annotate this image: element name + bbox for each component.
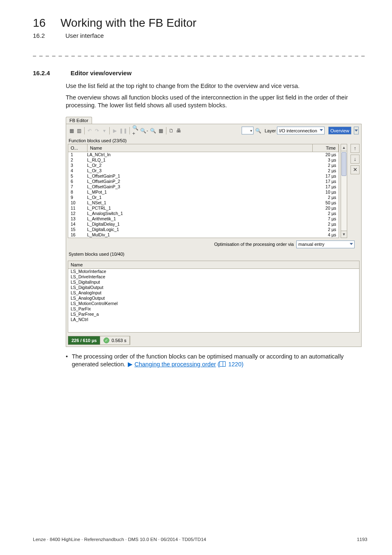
- list-item[interactable]: LS_DriveInterface: [68, 274, 359, 280]
- list-item[interactable]: LS_DigitalInput: [68, 280, 359, 285]
- cell-name: L_OffsetGainP_3: [85, 184, 316, 189]
- view-dropdown-arrow[interactable]: [354, 127, 359, 134]
- cell-order: 5: [68, 173, 85, 178]
- list-item[interactable]: LS_ParFix: [68, 306, 359, 312]
- move-down-button[interactable]: ↓: [350, 155, 360, 164]
- toolbar-btn-redo: ↷: [94, 127, 100, 135]
- table-row[interactable]: 16L_MulDiv_14 µs: [68, 232, 339, 238]
- list-item[interactable]: LS_DigitalOutput: [68, 285, 359, 290]
- cell-order: 8: [68, 190, 85, 194]
- fb-editor-screenshot: FB Editor ▦ ▥ ↶ ↷ ▾ ▶ ❚❚ 🔍+ 🔍- 🔍 ▦ 🗋 🖶: [66, 116, 362, 347]
- cell-time: 20 µs: [316, 152, 339, 157]
- table-row[interactable]: 2L_RLQ_13 µs: [68, 157, 339, 163]
- cell-name: L_RLQ_1: [85, 157, 316, 162]
- col-header-time[interactable]: Time: [313, 144, 339, 152]
- check-icon: ✓: [104, 338, 109, 343]
- subchapter-title: User interface: [65, 32, 104, 39]
- cell-name: L_MPot_1: [85, 190, 316, 194]
- table-row[interactable]: 3L_Or_22 µs: [68, 163, 339, 168]
- footer-page-number: 1193: [357, 537, 367, 542]
- optimisation-dropdown[interactable]: manual entry: [296, 240, 355, 248]
- scroll-down-button[interactable]: ▼: [341, 231, 347, 238]
- status-elapsed-value: 0.563 s: [111, 338, 126, 343]
- toolbar: ▦ ▥ ↶ ↷ ▾ ▶ ❚❚ 🔍+ 🔍- 🔍 ▦ 🗋 🖶 ▾ 🔍: [68, 126, 360, 137]
- cell-order: 15: [68, 227, 85, 232]
- cell-time: 2 µs: [316, 163, 339, 168]
- layer-label: Layer: [265, 128, 276, 133]
- toolbar-btn-zoom-reset[interactable]: 🔍: [255, 127, 262, 135]
- list-item[interactable]: LS_ParFree_a: [68, 312, 359, 317]
- toolbar-btn-grid[interactable]: ▦: [158, 127, 164, 135]
- table-row[interactable]: 13L_Arithmetik_17 µs: [68, 216, 339, 222]
- table-row[interactable]: 4L_Or_32 µs: [68, 168, 339, 173]
- zoom-dropdown[interactable]: ▾: [242, 127, 253, 134]
- table-row[interactable]: 8L_MPot_110 µs: [68, 190, 339, 195]
- cell-name: L_PCTRL_1: [85, 206, 316, 210]
- toolbar-btn-undo: ↶: [87, 127, 93, 135]
- toolbar-btn-new[interactable]: 🗋: [168, 127, 175, 135]
- cell-time: 4 µs: [316, 232, 339, 237]
- cell-time: 3 µs: [316, 157, 339, 162]
- list-item[interactable]: LA_NCtrl: [68, 317, 359, 322]
- view-dropdown[interactable]: Overview: [328, 127, 351, 134]
- list-item[interactable]: LS_AnalogInput: [68, 290, 359, 296]
- cell-order: 9: [68, 195, 85, 200]
- cell-order: 11: [68, 206, 85, 210]
- tab-fb-editor[interactable]: FB Editor: [66, 117, 92, 124]
- toolbar-btn-zoom-out[interactable]: 🔍-: [140, 127, 148, 135]
- scrollbar-thumb[interactable]: [341, 152, 346, 176]
- section-divider: _ _ _ _ _ _ _ _ _ _ _ _ _ _ _ _ _ _ _ _ …: [33, 50, 367, 56]
- subchapter-number: 16.2: [33, 32, 45, 39]
- cell-time: 17 µs: [316, 179, 339, 184]
- cell-order: 16: [68, 232, 85, 237]
- cell-order: 14: [68, 222, 85, 227]
- section-number: 16.2.4: [33, 69, 50, 76]
- cell-order: 10: [68, 200, 85, 205]
- move-up-button[interactable]: ↑: [350, 144, 360, 153]
- layer-dropdown[interactable]: I/O interconnection: [277, 127, 325, 134]
- table-row[interactable]: 1LA_NCtrl_In20 µs: [68, 152, 339, 157]
- col-header-order[interactable]: O...: [68, 144, 88, 152]
- toolbar-btn-pause: ❚❚: [119, 127, 127, 135]
- table-row[interactable]: 15L_DigitalLogic_12 µs: [68, 227, 339, 232]
- table-row[interactable]: 5L_OffsetGainP_117 µs: [68, 173, 339, 179]
- system-block-list: Name LS_MotorInterfaceLS_DriveInterfaceL…: [68, 261, 360, 333]
- col-header-name[interactable]: Name: [88, 144, 313, 152]
- cell-name: L_DigitalDelay_1: [85, 222, 316, 227]
- cell-name: L_OffsetGainP_2: [85, 179, 316, 184]
- cell-time: 2 µs: [316, 227, 339, 232]
- list-item[interactable]: LS_MotionControlKernel: [68, 301, 359, 306]
- table-row[interactable]: 11L_PCTRL_120 µs: [68, 206, 339, 211]
- cell-order: 2: [68, 157, 85, 162]
- toolbar-btn-fb-insert[interactable]: ▦: [69, 127, 75, 135]
- table-row[interactable]: 9L_Or_12 µs: [68, 195, 339, 200]
- list-item[interactable]: LS_MotorInterface: [68, 269, 359, 274]
- cell-name: L_Or_1: [85, 195, 316, 200]
- cell-order: 6: [68, 179, 85, 184]
- cell-time: 10 µs: [316, 190, 339, 194]
- delete-button[interactable]: ✕: [350, 165, 360, 174]
- table-row[interactable]: 10L_NSet_150 µs: [68, 200, 339, 206]
- cell-name: L_DigitalLogic_1: [85, 227, 316, 232]
- cell-time: 2 µs: [316, 168, 339, 173]
- book-icon: [219, 361, 226, 367]
- table-row[interactable]: 12L_AnalogSwitch_12 µs: [68, 211, 339, 216]
- toolbar-btn-zoom-fit[interactable]: 🔍: [150, 127, 157, 135]
- cell-time: 2 µs: [316, 195, 339, 200]
- scrollbar-track[interactable]: [341, 151, 347, 231]
- table-row[interactable]: 14L_DigitalDelay_12 µs: [68, 222, 339, 227]
- toolbar-btn-sb-insert[interactable]: ▥: [76, 127, 82, 135]
- toolbar-btn-print[interactable]: 🖶: [176, 127, 182, 135]
- list-item[interactable]: LS_AnalogOutput: [68, 296, 359, 301]
- table-row[interactable]: 7L_OffsetGainP_317 µs: [68, 184, 339, 190]
- function-blocks-caption: Function blocks used (23/50): [69, 138, 360, 143]
- toolbar-btn-zoom-in[interactable]: 🔍+: [132, 127, 139, 135]
- col-header-sys-name[interactable]: Name: [68, 261, 359, 268]
- scroll-up-button[interactable]: ▲: [341, 144, 347, 151]
- toolbar-btn-play: ▶: [112, 127, 118, 135]
- paragraph-1: Use the list field at the top right to c…: [66, 82, 367, 90]
- table-row[interactable]: 6L_OffsetGainP_217 µs: [68, 179, 339, 184]
- page-reference[interactable]: ( 1220): [218, 361, 244, 368]
- status-cycle-time: 226 / 610 µs: [68, 336, 100, 345]
- link-changing-processing-order[interactable]: Changing the processing order: [134, 361, 216, 368]
